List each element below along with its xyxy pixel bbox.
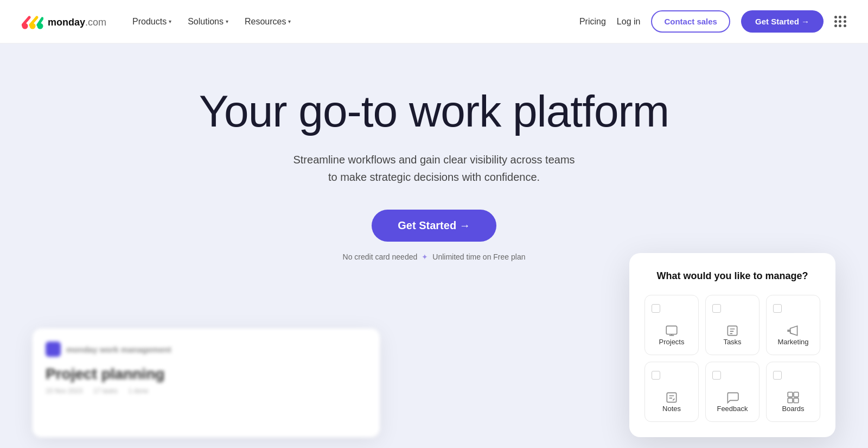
nav-right: Pricing Log in Contact sales Get Started… [579, 10, 846, 33]
manage-item-feedback[interactable]: Feedback [705, 362, 760, 422]
hero-note: No credit card needed ✦ Unlimited time o… [343, 253, 526, 261]
apps-grid-icon[interactable] [834, 16, 846, 27]
contact-sales-button[interactable]: Contact sales [651, 10, 730, 33]
products-chevron-icon: ▾ [169, 18, 171, 24]
tasks-icon [725, 324, 739, 338]
feedback-label: Feedback [717, 405, 748, 413]
feedback-checkbox[interactable] [712, 371, 721, 380]
svg-rect-7 [794, 392, 799, 397]
manage-card-title: What would you like to manage? [644, 270, 820, 282]
project-done: 1 done [129, 387, 149, 395]
manage-card: What would you like to manage? Projects [629, 253, 835, 437]
notes-checkbox[interactable] [652, 371, 660, 380]
brand-name: monday.com [48, 15, 106, 29]
boards-checkbox[interactable] [773, 371, 782, 380]
nav-left: monday.com Products ▾ Solutions ▾ Resour… [22, 12, 297, 31]
diamond-icon: ✦ [422, 253, 428, 261]
svg-rect-8 [788, 398, 793, 403]
projects-icon [665, 324, 679, 338]
hero-section: Your go-to work platform Streamline work… [0, 43, 868, 448]
resources-chevron-icon: ▾ [288, 18, 291, 24]
project-date: 15 Nov 2023 [46, 387, 82, 395]
get-started-button-nav[interactable]: Get Started → [741, 10, 824, 33]
project-name: Project planning [46, 365, 367, 383]
marketing-label: Marketing [777, 338, 808, 346]
manage-item-marketing[interactable]: Marketing [766, 295, 820, 355]
manage-item-boards[interactable]: Boards [766, 362, 820, 422]
manage-item-projects[interactable]: Projects [644, 295, 699, 355]
manage-item-tasks[interactable]: Tasks [705, 295, 760, 355]
solutions-chevron-icon: ▾ [226, 18, 228, 24]
manage-item-notes[interactable]: Notes [644, 362, 699, 422]
svg-rect-6 [788, 392, 793, 397]
manage-options-grid: Projects Tasks [644, 295, 820, 422]
tasks-label: Tasks [723, 338, 741, 346]
navbar: monday.com Products ▾ Solutions ▾ Resour… [0, 0, 868, 43]
projects-checkbox[interactable] [652, 304, 660, 313]
boards-icon [786, 390, 800, 405]
monday-logo-icon [22, 14, 43, 29]
project-meta: 15 Nov 2023 17 tasks 1 done [46, 387, 367, 395]
hero-get-started-button[interactable]: Get Started → [372, 210, 496, 242]
app-preview-title: monday work management [66, 345, 171, 354]
hero-subtitle: Streamline workflows and gain clear visi… [293, 151, 575, 186]
app-icon [46, 342, 61, 357]
svg-rect-5 [667, 393, 676, 402]
marketing-icon [786, 324, 800, 338]
feedback-icon [725, 390, 739, 405]
svg-rect-9 [794, 398, 799, 403]
app-preview-header: monday work management [46, 342, 367, 357]
login-link[interactable]: Log in [617, 17, 641, 27]
projects-label: Projects [659, 338, 685, 346]
logo[interactable]: monday.com [22, 14, 106, 29]
products-menu[interactable]: Products ▾ [126, 12, 178, 31]
svg-rect-3 [666, 326, 677, 334]
resources-menu[interactable]: Resources ▾ [238, 12, 297, 31]
boards-label: Boards [782, 405, 804, 413]
solutions-menu[interactable]: Solutions ▾ [181, 12, 235, 31]
notes-icon [665, 390, 679, 405]
project-tasks: 17 tasks [93, 387, 118, 395]
app-preview-card: monday work management Project planning … [33, 329, 380, 437]
pricing-link[interactable]: Pricing [579, 17, 606, 27]
tasks-checkbox[interactable] [712, 304, 721, 313]
nav-links: Products ▾ Solutions ▾ Resources ▾ [126, 12, 297, 31]
marketing-checkbox[interactable] [773, 304, 782, 313]
notes-label: Notes [662, 405, 681, 413]
hero-title: Your go-to work platform [199, 87, 669, 136]
